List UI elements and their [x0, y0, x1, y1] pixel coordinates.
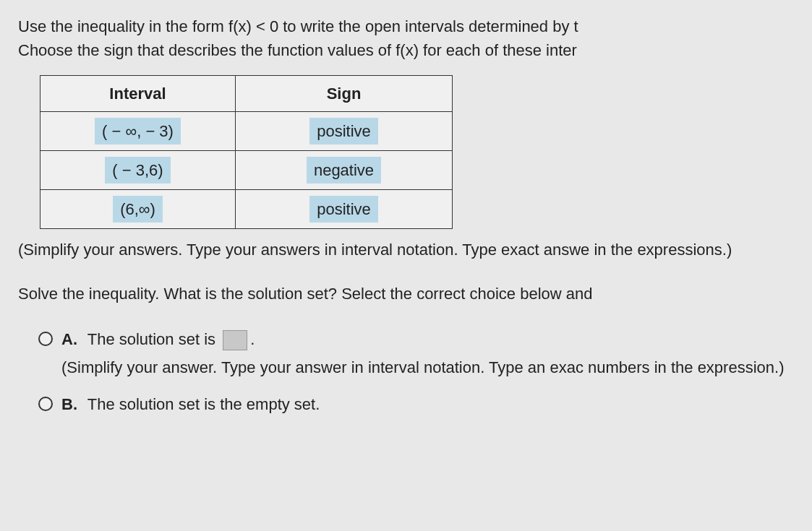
sign-value[interactable]: positive — [309, 118, 378, 144]
table-row: ( − ∞, − 3) positive — [40, 112, 453, 151]
table-row: (6,∞) positive — [40, 190, 453, 229]
interval-value[interactable]: ( − 3,6) — [105, 157, 170, 184]
table-row: ( − 3,6) negative — [40, 151, 453, 190]
choice-a-subtext: (Simplify your answer. Type your answer … — [61, 355, 812, 379]
choice-a-text-after: . — [250, 330, 255, 348]
choice-a-label: A. — [61, 330, 77, 348]
radio-choice-a[interactable] — [38, 332, 53, 346]
interval-value[interactable]: (6,∞) — [113, 196, 163, 223]
sign-value[interactable]: negative — [307, 157, 381, 184]
answer-input-box[interactable] — [223, 330, 247, 350]
header-sign: Sign — [236, 76, 453, 112]
choice-a-row: A. The solution set is . (Simplify your … — [38, 327, 812, 379]
interval-value[interactable]: ( − ∞, − 3) — [95, 118, 181, 144]
choice-b-label: B. — [61, 395, 77, 413]
solve-question: Solve the inequality. What is the soluti… — [18, 282, 812, 306]
header-interval: Interval — [40, 76, 236, 112]
problem-prompt: Use the inequality in the form f(x) < 0 … — [18, 14, 812, 62]
choice-b-text: The solution set is the empty set. — [87, 395, 320, 413]
choice-a-text-before: The solution set is — [87, 330, 215, 348]
table-instruction: (Simplify your answers. Type your answer… — [18, 238, 812, 262]
radio-choice-b[interactable] — [38, 397, 53, 411]
prompt-line-1: Use the inequality in the form f(x) < 0 … — [18, 17, 578, 35]
prompt-line-2: Choose the sign that describes the funct… — [18, 41, 577, 59]
choice-b-row: B. The solution set is the empty set. — [38, 392, 812, 416]
interval-sign-table: Interval Sign ( − ∞, − 3) positive ( − 3… — [40, 75, 453, 229]
sign-value[interactable]: positive — [309, 196, 378, 223]
